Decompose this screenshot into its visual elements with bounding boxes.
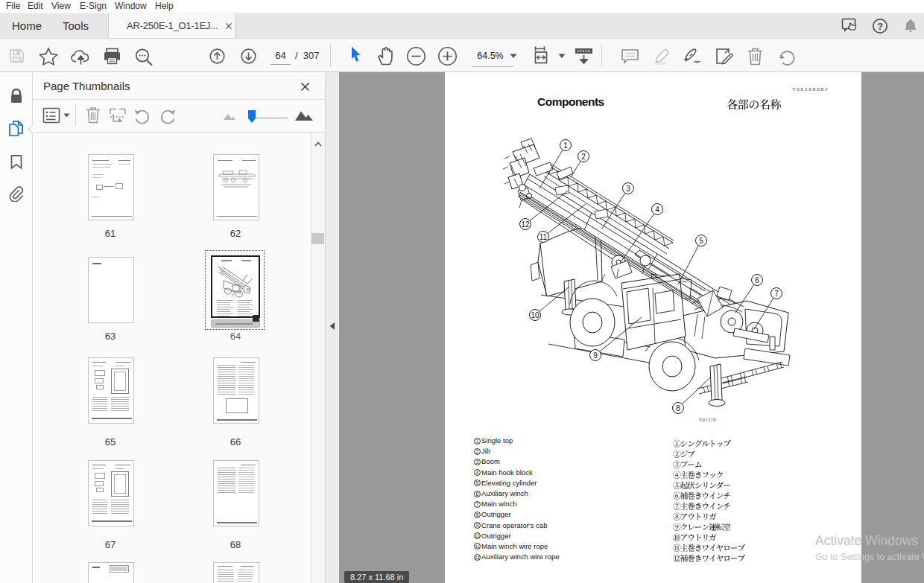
- svg-text:5: 5: [699, 237, 703, 245]
- svg-text:9: 9: [593, 351, 598, 360]
- svg-text:8: 8: [676, 404, 680, 412]
- svg-text:12: 12: [521, 220, 530, 229]
- svg-text:10: 10: [531, 311, 539, 319]
- svg-text:7: 7: [774, 290, 779, 298]
- svg-text:6: 6: [755, 276, 759, 284]
- svg-text:11: 11: [539, 233, 548, 241]
- svg-text:1: 1: [563, 141, 568, 150]
- svg-text:2: 2: [581, 153, 586, 161]
- svg-text:4: 4: [655, 206, 659, 214]
- svg-text:3: 3: [626, 185, 630, 193]
